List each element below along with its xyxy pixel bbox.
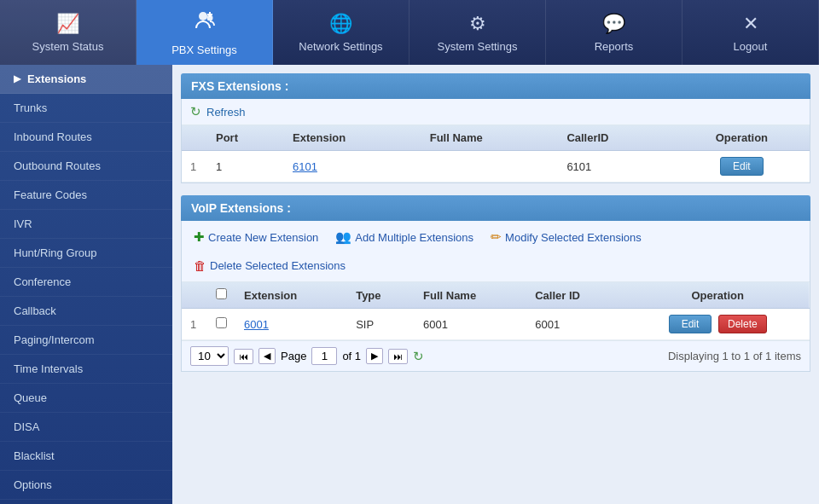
delete-selected-button[interactable]: 🗑 Delete Selected Extensions xyxy=(190,257,349,275)
voip-delete-button[interactable]: Delete xyxy=(718,315,767,333)
voip-col-callerid: Caller ID xyxy=(526,282,625,309)
sidebar-item-disa[interactable]: DISA xyxy=(0,413,172,442)
voip-section: VoIP Extensions : ✚ Create New Extension… xyxy=(181,195,810,372)
pbx-settings-icon xyxy=(193,9,217,38)
sidebar-item-label: Feature Codes xyxy=(14,188,87,201)
voip-extension-link[interactable]: 6001 xyxy=(244,318,269,331)
sidebar-item-label: Hunt/Ring Group xyxy=(14,246,97,259)
voip-col-check xyxy=(207,282,235,309)
sidebar-item-label: Trunks xyxy=(14,101,47,114)
trash-icon: 🗑 xyxy=(194,258,206,273)
sidebar-item-ivr[interactable]: IVR xyxy=(0,210,172,239)
sidebar-item-label: Time Intervals xyxy=(14,362,83,375)
sidebar-item-label: DISA xyxy=(14,420,39,433)
add-icon: ✚ xyxy=(194,229,205,245)
edit-icon: ✏ xyxy=(491,229,502,245)
system-settings-icon: ⚙ xyxy=(469,13,486,35)
svg-point-0 xyxy=(199,12,207,20)
voip-row-check xyxy=(207,309,235,340)
logout-icon: ✕ xyxy=(743,13,758,35)
voip-row-operation: Edit Delete xyxy=(625,309,810,340)
nav-reports[interactable]: 💬 Reports xyxy=(546,0,682,65)
sidebar-item-label: Paging/Intercom xyxy=(14,333,95,346)
fxs-col-fullname: Full Name xyxy=(421,125,559,151)
fxs-extension-link[interactable]: 6101 xyxy=(293,160,317,173)
fxs-row-callerid: 6101 xyxy=(558,151,673,182)
nav-pbx-settings-label: PBX Settings xyxy=(171,43,237,56)
first-page-button[interactable]: ⏮ xyxy=(234,349,253,364)
sidebar-item-queue[interactable]: Queue xyxy=(0,384,172,413)
fxs-section-header: FXS Extensions : xyxy=(181,73,810,99)
pagination-refresh-icon[interactable]: ↻ xyxy=(413,349,424,364)
sidebar-item-label: Options xyxy=(14,478,52,491)
voip-section-body: ✚ Create New Extension 👥 Add Multiple Ex… xyxy=(181,221,810,372)
voip-section-header: VoIP Extensions : xyxy=(181,195,810,221)
sidebar-item-label: Inbound Routes xyxy=(14,130,92,143)
display-info: Displaying 1 to 1 of 1 items xyxy=(668,350,801,362)
add-multiple-label: Add Multiple Extensions xyxy=(355,231,473,244)
fxs-col-num xyxy=(182,125,207,151)
sidebar-item-extensions[interactable]: ▶ Extensions xyxy=(0,65,172,94)
fxs-row-operation: Edit xyxy=(674,151,810,182)
nav-reports-label: Reports xyxy=(595,40,634,53)
last-page-button[interactable]: ⏭ xyxy=(388,349,408,364)
page-number-input[interactable] xyxy=(311,347,337,365)
nav-network-settings[interactable]: 🌐 Network Settings xyxy=(273,0,410,65)
nav-system-settings[interactable]: ⚙ System Settings xyxy=(410,0,546,65)
voip-row-num: 1 xyxy=(182,309,207,340)
sidebar-item-hunt-ring-group[interactable]: Hunt/Ring Group xyxy=(0,239,172,268)
delete-selected-label: Delete Selected Extensions xyxy=(210,259,346,272)
sidebar-item-blacklist[interactable]: Blacklist xyxy=(0,442,172,471)
voip-toolbar: ✚ Create New Extension 👥 Add Multiple Ex… xyxy=(182,221,810,282)
fxs-refresh-label: Refresh xyxy=(206,106,246,119)
page-label: Page xyxy=(281,350,306,362)
nav-pbx-settings[interactable]: PBX Settings xyxy=(136,0,273,65)
fxs-section: FXS Extensions : ↻ Refresh Port Extensio… xyxy=(181,73,810,183)
sidebar-item-label: Blacklist xyxy=(14,449,55,462)
top-navigation: 📈 System Status PBX Settings 🌐 Network S… xyxy=(0,0,819,65)
fxs-row-fullname xyxy=(421,151,559,182)
voip-col-type: Type xyxy=(347,282,415,309)
voip-table-row: 1 6001 SIP 6001 6001 Edit Delete xyxy=(182,309,810,340)
fxs-refresh-bar[interactable]: ↻ Refresh xyxy=(182,99,810,125)
voip-table: Extension Type Full Name Caller ID Opera… xyxy=(182,282,810,340)
sidebar-item-label: Extensions xyxy=(27,72,86,85)
prev-page-button[interactable]: ◀ xyxy=(258,348,276,364)
voip-col-operation: Operation xyxy=(625,282,810,309)
per-page-select[interactable]: 10 20 50 xyxy=(190,346,229,366)
refresh-icon: ↻ xyxy=(190,104,201,119)
voip-row-checkbox[interactable] xyxy=(216,317,227,328)
fxs-col-port: Port xyxy=(207,125,284,151)
sidebar-item-conference[interactable]: Conference xyxy=(0,268,172,297)
sidebar-item-trunks[interactable]: Trunks xyxy=(0,94,172,123)
system-status-icon: 📈 xyxy=(56,13,79,35)
chevron-icon: ▶ xyxy=(14,73,20,84)
fxs-col-extension: Extension xyxy=(284,125,421,151)
fxs-table: Port Extension Full Name CallerID Operat… xyxy=(182,125,810,182)
add-multiple-icon: 👥 xyxy=(335,229,351,245)
sidebar-item-outbound-routes[interactable]: Outbound Routes xyxy=(0,152,172,181)
next-page-button[interactable]: ▶ xyxy=(366,348,383,364)
create-extension-button[interactable]: ✚ Create New Extension xyxy=(190,228,322,246)
sidebar-item-feature-codes[interactable]: Feature Codes xyxy=(0,181,172,210)
voip-select-all-checkbox[interactable] xyxy=(216,288,227,299)
sidebar-item-sip-settings[interactable]: SIP Settings xyxy=(0,500,172,504)
sidebar-item-label: Outbound Routes xyxy=(14,159,101,172)
sidebar-item-inbound-routes[interactable]: Inbound Routes xyxy=(0,123,172,152)
sidebar-item-label: Conference xyxy=(14,275,71,288)
voip-col-fullname: Full Name xyxy=(415,282,526,309)
sidebar-item-callback[interactable]: Callback xyxy=(0,297,172,326)
nav-system-status-label: System Status xyxy=(32,40,104,53)
voip-row-extension: 6001 xyxy=(235,309,347,340)
fxs-edit-button[interactable]: Edit xyxy=(720,157,764,176)
sidebar-item-label: Queue xyxy=(14,391,47,404)
add-multiple-button[interactable]: 👥 Add Multiple Extensions xyxy=(332,228,477,246)
modify-selected-button[interactable]: ✏ Modify Selected Extensions xyxy=(487,228,645,246)
nav-logout[interactable]: ✕ Logout xyxy=(682,0,819,65)
sidebar-item-time-intervals[interactable]: Time Intervals xyxy=(0,355,172,384)
sidebar-item-options[interactable]: Options xyxy=(0,471,172,500)
nav-system-status[interactable]: 📈 System Status xyxy=(0,0,136,65)
voip-edit-button[interactable]: Edit xyxy=(669,315,712,333)
nav-system-settings-label: System Settings xyxy=(438,40,518,53)
sidebar-item-paging-intercom[interactable]: Paging/Intercom xyxy=(0,326,172,355)
